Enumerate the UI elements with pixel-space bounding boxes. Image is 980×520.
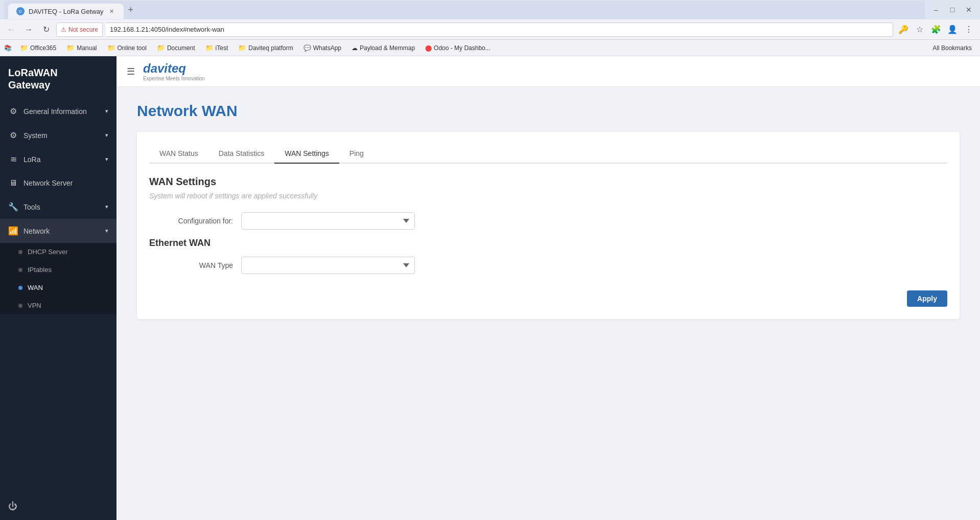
sidebar-item-label: General Information: [24, 107, 100, 116]
folder-icon: 📁: [107, 44, 115, 52]
chevron-down-icon: ▾: [105, 108, 108, 115]
whatsapp-icon: 💬: [304, 44, 311, 52]
profile-icon[interactable]: 👤: [945, 22, 960, 37]
subitem-dot: [18, 304, 22, 308]
power-button[interactable]: ⏻: [8, 501, 108, 512]
bookmark-daviteq-platform[interactable]: 📁 Daviteq platform: [234, 43, 297, 53]
bookmark-itest[interactable]: 📁 iTest: [201, 43, 232, 53]
forward-button[interactable]: →: [21, 22, 36, 37]
sidebar-item-label: Network Server: [24, 179, 108, 187]
window-controls: – □ ✕: [929, 3, 976, 17]
sidebar-item-system[interactable]: ⚙ System ▾: [0, 123, 116, 147]
daviteq-logo-container: daviteq Expertise Meets Innovation: [143, 61, 205, 81]
sidebar-item-label: Tools: [24, 203, 100, 211]
bookmark-label: Daviteq platform: [248, 44, 293, 52]
tools-icon: 🔧: [8, 202, 18, 212]
sidebar-subitem-vpn[interactable]: VPN: [0, 297, 116, 314]
sidebar-nav: ⚙ General Information ▾ ⚙ System ▾ ≋ LoR…: [0, 99, 116, 493]
folder-icon: 📁: [238, 44, 246, 52]
wan-type-select[interactable]: [241, 257, 415, 274]
tab-close-button[interactable]: ✕: [107, 7, 115, 15]
bookmark-label: Manual: [77, 44, 97, 52]
sidebar: LoRaWAN Gateway ⚙ General Information ▾ …: [0, 56, 116, 520]
bookmarks-label: 📚: [4, 44, 12, 52]
wan-type-row: WAN Type: [149, 257, 947, 274]
configuration-select[interactable]: [241, 212, 415, 230]
wan-type-label: WAN Type: [149, 261, 241, 269]
menu-icon[interactable]: ⋮: [962, 22, 976, 37]
sidebar-subitem-iptables[interactable]: IPtables: [0, 261, 116, 279]
back-button[interactable]: ←: [4, 22, 18, 37]
tab-label: WAN Settings: [285, 149, 329, 157]
nav-actions: 🔑 ☆ 🧩 👤 ⋮: [896, 22, 976, 37]
content-area: ☰ daviteq Expertise Meets Innovation Net…: [116, 56, 980, 520]
sidebar-subitem-dhcp-server[interactable]: DHCP Server: [0, 243, 116, 261]
odoo-icon: ⬤: [425, 44, 432, 52]
sidebar-item-general-information[interactable]: ⚙ General Information ▾: [0, 99, 116, 123]
power-icon: ⏻: [8, 501, 17, 512]
page-content: Network WAN WAN Status Data Statistics W…: [116, 87, 980, 520]
daviteq-tagline: Expertise Meets Innovation: [143, 76, 205, 81]
bookmark-label: iTest: [216, 44, 228, 52]
tabs-row: WAN Status Data Statistics WAN Settings …: [149, 144, 947, 164]
section-title: WAN Settings: [149, 176, 947, 188]
browser-tab-active[interactable]: D DAVITEQ - LoRa Getway ✕: [8, 4, 124, 19]
chevron-down-icon: ▾: [105, 228, 108, 234]
bookmark-label: Office365: [30, 44, 56, 52]
all-bookmarks[interactable]: All Bookmarks: [928, 43, 976, 53]
daviteq-logo-text: daviteq: [143, 61, 186, 75]
subitem-dot: [18, 250, 22, 254]
folder-icon: 📁: [157, 44, 165, 52]
sidebar-logo-text: LoRaWAN Gateway: [8, 66, 108, 91]
close-button[interactable]: ✕: [962, 3, 976, 17]
tab-wan-settings[interactable]: WAN Settings: [274, 144, 339, 164]
new-tab-button[interactable]: +: [124, 5, 137, 15]
sidebar-item-network[interactable]: 📶 Network ▾: [0, 219, 116, 243]
subitem-dot-active: [18, 286, 22, 290]
page-title: Network WAN: [137, 102, 960, 120]
tab-wan-status[interactable]: WAN Status: [149, 144, 208, 164]
bookmark-label: Document: [167, 44, 195, 52]
title-bar: D DAVITEQ - LoRa Getway ✕ + – □ ✕: [0, 0, 980, 19]
bookmark-manual[interactable]: 📁 Manual: [62, 43, 101, 53]
chevron-down-icon: ▾: [105, 204, 108, 210]
minimize-button[interactable]: –: [929, 3, 943, 17]
bookmark-odoo[interactable]: ⬤ Odoo - My Dashbo...: [421, 43, 495, 53]
bookmark-whatsapp[interactable]: 💬 WhatsApp: [299, 43, 345, 53]
subsection-title: Ethernet WAN: [149, 238, 947, 248]
tab-favicon: D: [16, 7, 25, 15]
bookmark-payload[interactable]: ☁ Payload & Memmap: [347, 43, 419, 53]
subitem-dot: [18, 268, 22, 272]
action-row: Apply: [149, 282, 947, 307]
bookmarks-bar: 📚 📁 Office365 📁 Manual 📁 Online tool 📁 D…: [0, 40, 980, 56]
nav-bar: ← → ↻ ⚠ Not secure 192.168.1.21:4050/ind…: [0, 19, 980, 40]
security-icon: ⚠: [61, 26, 66, 33]
key-icon[interactable]: 🔑: [896, 22, 911, 37]
wifi-icon: 📶: [8, 226, 18, 236]
sidebar-item-label: System: [24, 131, 100, 140]
sidebar-item-lora[interactable]: ≋ LoRa ▾: [0, 147, 116, 171]
subitem-label: WAN: [28, 284, 43, 291]
star-icon[interactable]: ☆: [913, 22, 927, 37]
sidebar-item-network-server[interactable]: 🖥 Network Server: [0, 171, 116, 195]
bookmark-office365[interactable]: 📁 Office365: [16, 43, 60, 53]
tab-label: Data Statistics: [219, 149, 264, 157]
tab-title: DAVITEQ - LoRa Getway: [29, 8, 103, 15]
sidebar-item-tools[interactable]: 🔧 Tools ▾: [0, 195, 116, 219]
tab-label: Ping: [349, 149, 364, 157]
tab-ping[interactable]: Ping: [339, 144, 374, 164]
sidebar-subitem-wan[interactable]: WAN: [0, 279, 116, 297]
hamburger-menu-button[interactable]: ☰: [127, 66, 135, 77]
subitem-label: DHCP Server: [28, 248, 68, 256]
bookmark-label: Odoo - My Dashbo...: [434, 44, 491, 52]
maximize-button[interactable]: □: [945, 3, 960, 17]
apply-button[interactable]: Apply: [907, 290, 947, 307]
bookmark-document[interactable]: 📁 Document: [153, 43, 199, 53]
bookmark-online-tool[interactable]: 📁 Online tool: [103, 43, 151, 53]
config-label: Configuration for:: [149, 217, 241, 225]
extension-icon[interactable]: 🧩: [929, 22, 943, 37]
reload-button[interactable]: ↻: [39, 22, 53, 37]
address-bar[interactable]: 192.168.1.21:4050/index#network-wan: [106, 22, 893, 37]
sidebar-submenu-network: DHCP Server IPtables WAN VPN: [0, 243, 116, 314]
tab-data-statistics[interactable]: Data Statistics: [208, 144, 274, 164]
